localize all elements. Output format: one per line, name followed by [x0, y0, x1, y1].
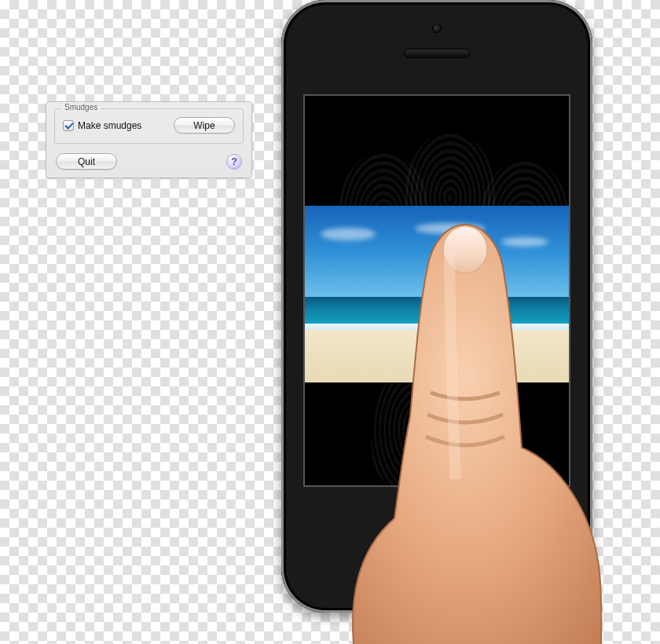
- beach-photo-sand: [305, 330, 569, 382]
- cloud-icon: [501, 237, 548, 247]
- device-screen[interactable]: [303, 94, 570, 487]
- earpiece-speaker-icon: [404, 49, 470, 58]
- beach-photo-sky: [305, 206, 569, 297]
- smudges-fieldset-legend: Smudges: [61, 103, 101, 112]
- dialog-bottom-row: Quit ?: [54, 153, 244, 170]
- smudges-fieldset: Smudges Make smudges Wipe: [54, 108, 244, 144]
- make-smudges-group: Make smudges: [63, 120, 141, 131]
- make-smudges-checkbox[interactable]: [63, 120, 74, 131]
- cloud-icon: [321, 228, 376, 240]
- make-smudges-label: Make smudges: [78, 120, 141, 131]
- smudges-fieldset-row: Make smudges Wipe: [63, 117, 235, 134]
- iphone-device: [281, 0, 592, 613]
- wipe-button[interactable]: Wipe: [174, 117, 235, 134]
- beach-photo: [305, 206, 569, 382]
- cloud-icon: [415, 223, 486, 234]
- quit-button[interactable]: Quit: [56, 153, 117, 170]
- camera-icon: [432, 24, 442, 33]
- smudges-dialog: Smudges Make smudges Wipe Quit ?: [46, 101, 252, 178]
- device-top: [281, 24, 592, 58]
- beach-photo-sea: [305, 297, 569, 327]
- help-icon[interactable]: ?: [226, 154, 242, 170]
